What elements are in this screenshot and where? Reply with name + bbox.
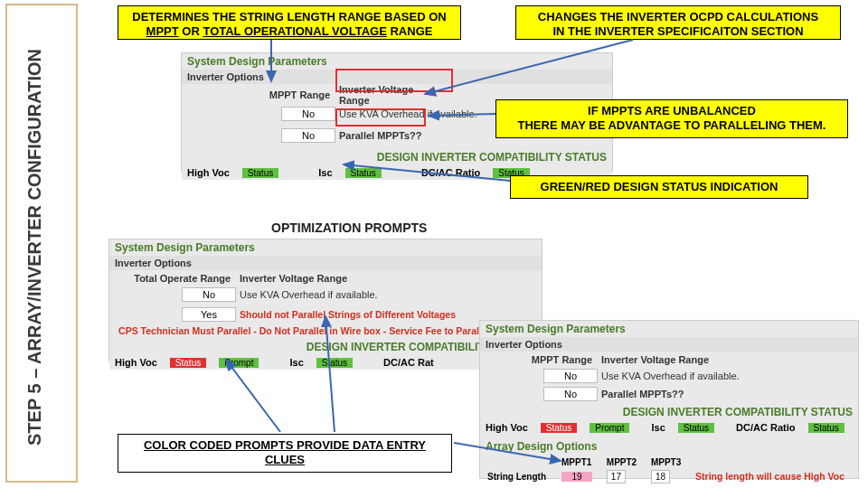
panel2-r1-val[interactable]: No [182, 287, 236, 302]
panel3-sub: Inverter Options [480, 337, 858, 352]
panel2-r1-label: Total Operate Range [109, 273, 236, 284]
status-pill-dcac3: Status [808, 423, 844, 433]
panel2-r2-text: Use KVA Overhead if available. [236, 289, 378, 300]
panel1-r1-label: MPPT Range [182, 89, 335, 100]
status-pill-isc2: Status [316, 358, 353, 368]
status-pill-hv3: Status [541, 423, 577, 433]
callout-color-coded: COLOR CODED PROMPTS PROVIDE DATA ENTRY C… [118, 434, 452, 473]
heading-optimization-prompts: OPTIMIZATION PROMPTS [271, 221, 427, 235]
status-pill-hv: Status [242, 168, 278, 178]
callout-ocpd: CHANGES THE INVERTER OCPD CALCULATIONS I… [515, 5, 841, 40]
panel2-sub: Inverter Options [109, 256, 542, 270]
step-title: STEP 5 – ARRAY/INVERTER CONFIGURATION [24, 22, 45, 474]
panel-inverter-options-2: System Design Parameters Inverter Option… [108, 239, 542, 361]
string-length-2[interactable]: 17 [607, 470, 626, 483]
panel3-r2-text: Use KVA Overhead if available. [598, 371, 740, 381]
redbox-voltage-range [335, 69, 453, 92]
callout-mppt-unbalanced: IF MPPTS ARE UNBALANCED THERE MAY BE ADV… [495, 99, 848, 138]
status-pill-hv2: Status [170, 358, 206, 368]
panel1-r3-text: Parallel MPPTs?? [335, 130, 444, 141]
panel2-status-bar: High Voc Status Prompt Isc Status DC/AC … [109, 355, 542, 370]
panel1-r1-val[interactable]: No [281, 107, 335, 121]
panel3-status-title: DESIGN INVERTER COMPATIBILITY STATUS [480, 404, 858, 420]
panel3-r1-text: Inverter Voltage Range [598, 354, 709, 365]
panel3-title: System Design Parameters [480, 321, 858, 337]
panel2-status-title: DESIGN INVERTER COMPATIBILITY STATUS [109, 339, 542, 355]
panel1-status-title: DESIGN INVERTER COMPATIBILITY STATUS [182, 149, 612, 165]
panel2-r1-text: Inverter Voltage Range [236, 273, 347, 284]
panel1-r3-val[interactable]: No [281, 128, 335, 143]
panel2-r3-text: Should not Parallel Strings of Different… [236, 309, 456, 320]
panel-inverter-options-3: System Design Parameters Inverter Option… [479, 320, 859, 479]
panel3-r3-text: Parallel MPPTs?? [598, 389, 684, 399]
status-pill-prompt2: Prompt [219, 358, 259, 368]
panel3-array-title: Array Design Options [480, 438, 858, 455]
panel3-r1-val[interactable]: No [543, 369, 598, 383]
panel2-r3-val[interactable]: Yes [182, 307, 236, 322]
panel2-warn: CPS Technician Must Parallel - Do Not Pa… [109, 323, 542, 339]
panel3-r3-val[interactable]: No [543, 387, 598, 401]
callout-green-red: GREEN/RED DESIGN STATUS INDICATION [510, 175, 808, 199]
step-sidebar: STEP 5 – ARRAY/INVERTER CONFIGURATION [5, 4, 78, 483]
redbox-parallel-mppts [335, 108, 426, 127]
svg-line-4 [226, 360, 280, 432]
string-length-3[interactable]: 18 [651, 470, 670, 483]
panel3-r1-label: MPPT Range [480, 354, 598, 365]
panel3-status-bar: High Voc Status Prompt Isc Status DC/AC … [480, 420, 858, 435]
panel1-title: System Design Parameters [182, 53, 612, 70]
string-length-1[interactable]: 19 [561, 472, 592, 482]
panel2-title: System Design Parameters [109, 239, 542, 256]
callout-string-length: DETERMINES THE STRING LENGTH RANGE BASED… [118, 5, 461, 40]
panel3-array-table: MPPT1 MPPT2 MPPT3 String Length 19 17 18… [480, 455, 858, 484]
status-pill-isc3: Status [678, 423, 714, 433]
status-pill-isc: Status [345, 168, 382, 178]
status-pill-prompt3: Prompt [590, 423, 629, 433]
